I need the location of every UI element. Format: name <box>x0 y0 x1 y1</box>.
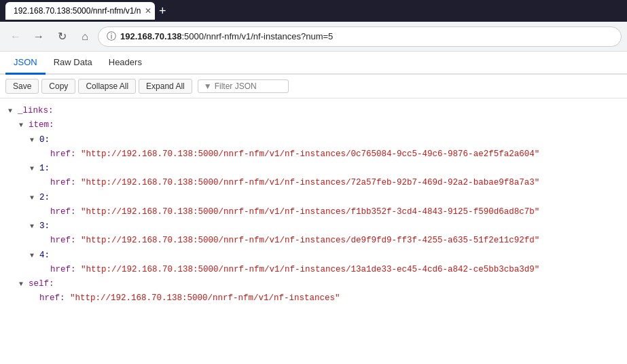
entry-4-href-val: "http://192.168.70.138:5000/nnrf-nfm/v1/… <box>81 263 539 277</box>
reload-button[interactable]: ↻ <box>52 26 72 47</box>
entry-0-href-row: href: "http://192.168.70.138:5000/nnrf-n… <box>8 147 619 162</box>
json-content: ▼ _links: ▼ item: ▼ 0: href: "http://192… <box>0 98 627 361</box>
tab-close-icon[interactable]: ✕ <box>145 6 151 16</box>
self-href-row: href: "http://192.168.70.138:5000/nnrf-n… <box>8 291 619 306</box>
entry-3-href-row: href: "http://192.168.70.138:5000/nnrf-n… <box>8 234 619 248</box>
entry-0-arrow[interactable]: ▼ <box>30 134 39 146</box>
tab-area: 192.168.70.138:5000/nnrf-nfm/v1/n ✕ + <box>5 2 622 20</box>
self-href-key: href: <box>39 291 65 306</box>
entry-3-index: 3: <box>39 219 50 234</box>
self-arrow[interactable]: ▼ <box>19 278 29 290</box>
entry-2-href-arrow <box>41 206 50 218</box>
reload-icon: ↻ <box>58 30 67 43</box>
back-button[interactable]: ← <box>5 26 26 47</box>
entry-4-row: ▼ 4: <box>8 249 619 263</box>
links-row: ▼ _links: <box>8 104 619 118</box>
entry-2-arrow[interactable]: ▼ <box>30 192 39 204</box>
json-tabbar: JSON Raw Data Headers <box>0 52 627 75</box>
filter-icon: ▼ <box>204 81 212 91</box>
self-key: self: <box>29 277 54 291</box>
entry-1-href-arrow <box>41 177 50 189</box>
forward-icon: → <box>33 31 44 43</box>
entry-0-row: ▼ 0: <box>8 133 619 147</box>
self-row: ▼ self: <box>8 277 619 291</box>
entry-0-href-arrow <box>41 149 50 160</box>
entry-3-href-arrow <box>41 235 50 247</box>
self-href-arrow <box>30 293 39 304</box>
entry-1-href-val: "http://192.168.70.138:5000/nnrf-nfm/v1/… <box>81 176 539 190</box>
toolbar: Save Copy Collapse All Expand All ▼ <box>0 75 627 98</box>
links-key: _links: <box>18 104 54 118</box>
entry-1-row: ▼ 1: <box>8 162 619 176</box>
address-bar[interactable]: ⓘ 192.168.70.138:5000/nnrf-nfm/v1/nf-ins… <box>98 26 622 47</box>
entry-1-href-key: href: <box>50 176 76 190</box>
entry-0-href-key: href: <box>50 147 76 162</box>
entry-2-index: 2: <box>39 191 50 205</box>
links-arrow[interactable]: ▼ <box>8 105 18 117</box>
collapse-all-button[interactable]: Collapse All <box>78 79 136 94</box>
entry-3-href-val: "http://192.168.70.138:5000/nnrf-nfm/v1/… <box>81 234 539 248</box>
entry-3-row: ▼ 3: <box>8 219 619 234</box>
back-icon: ← <box>10 31 21 43</box>
entry-2-row: ▼ 2: <box>8 191 619 205</box>
self-href-val: "http://192.168.70.138:5000/nnrf-nfm/v1/… <box>70 291 340 306</box>
entry-2-href-key: href: <box>50 205 76 219</box>
item-arrow[interactable]: ▼ <box>19 120 29 131</box>
entry-4-arrow[interactable]: ▼ <box>30 250 39 261</box>
info-icon: ⓘ <box>107 31 116 43</box>
new-tab-button[interactable]: + <box>159 4 166 18</box>
entry-4-href-row: href: "http://192.168.70.138:5000/nnrf-n… <box>8 263 619 277</box>
home-button[interactable]: ⌂ <box>75 26 95 47</box>
entry-4-index: 4: <box>39 249 50 263</box>
save-button[interactable]: Save <box>5 79 39 94</box>
entry-0-index: 0: <box>39 133 50 147</box>
item-row: ▼ item: <box>8 118 619 132</box>
entry-0-href-val: "http://192.168.70.138:5000/nnrf-nfm/v1/… <box>81 147 539 162</box>
tab-headers[interactable]: Headers <box>101 52 150 75</box>
address-path: :5000/nnrf-nfm/v1/nf-instances?num=5 <box>181 31 333 41</box>
expand-all-button[interactable]: Expand All <box>139 79 192 94</box>
entry-2-href-val: "http://192.168.70.138:5000/nnrf-nfm/v1/… <box>81 205 539 219</box>
entry-1-arrow[interactable]: ▼ <box>30 163 39 175</box>
entry-3-href-key: href: <box>50 234 76 248</box>
entry-1-href-row: href: "http://192.168.70.138:5000/nnrf-n… <box>8 176 619 190</box>
tab-raw-data[interactable]: Raw Data <box>46 52 101 75</box>
address-text: 192.168.70.138:5000/nnrf-nfm/v1/nf-insta… <box>120 31 333 41</box>
titlebar: 192.168.70.138:5000/nnrf-nfm/v1/n ✕ + <box>0 0 627 22</box>
entry-3-arrow[interactable]: ▼ <box>30 221 39 232</box>
entry-2-href-row: href: "http://192.168.70.138:5000/nnrf-n… <box>8 205 619 219</box>
browser-tab[interactable]: 192.168.70.138:5000/nnrf-nfm/v1/n ✕ <box>5 2 155 20</box>
item-key: item: <box>29 118 54 132</box>
home-icon: ⌂ <box>82 31 88 43</box>
navbar: ← → ↻ ⌂ ⓘ 192.168.70.138:5000/nnrf-nfm/v… <box>0 22 627 52</box>
entry-1-index: 1: <box>39 162 50 176</box>
filter-box: ▼ <box>198 79 289 93</box>
tab-json[interactable]: JSON <box>5 52 46 75</box>
address-host: 192.168.70.138 <box>120 31 181 41</box>
tab-title: 192.168.70.138:5000/nnrf-nfm/v1/n <box>14 6 141 16</box>
copy-button[interactable]: Copy <box>41 79 75 94</box>
forward-button[interactable]: → <box>29 26 49 47</box>
entry-4-href-arrow <box>41 264 50 276</box>
filter-input[interactable] <box>215 81 283 91</box>
entry-4-href-key: href: <box>50 263 76 277</box>
